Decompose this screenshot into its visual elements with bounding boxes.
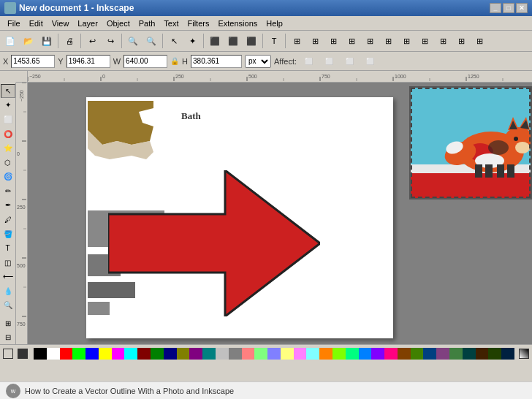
h-input[interactable]: [191, 55, 242, 68]
tool-select[interactable]: ↖: [1, 84, 15, 98]
redo-button[interactable]: ↪: [102, 32, 119, 50]
color-swatch[interactable]: [124, 348, 137, 360]
color-swatch[interactable]: [294, 348, 307, 360]
tool-node[interactable]: ✦: [1, 99, 15, 113]
menu-file[interactable]: File: [3, 18, 25, 29]
color-palette[interactable]: [34, 348, 514, 360]
color-swatch[interactable]: [449, 348, 463, 360]
color-swatch[interactable]: [501, 348, 514, 360]
color-swatch[interactable]: [242, 348, 255, 360]
snap-edge-button[interactable]: ⊞: [398, 32, 415, 50]
minimize-button[interactable]: _: [490, 3, 501, 13]
align-right-button[interactable]: ⬛: [243, 32, 260, 50]
tool-bucket[interactable]: 🪣: [1, 227, 15, 241]
color-swatch[interactable]: [86, 348, 99, 360]
color-swatch[interactable]: [229, 348, 242, 360]
select-button[interactable]: ↖: [165, 32, 183, 50]
color-swatch[interactable]: [151, 348, 164, 360]
tool-rect[interactable]: ⬜: [1, 113, 15, 126]
color-swatch[interactable]: [411, 348, 424, 360]
tool-ellipse[interactable]: ⭕: [1, 127, 15, 141]
snap-midpoint-button[interactable]: ⊞: [416, 32, 433, 50]
color-swatch[interactable]: [398, 348, 411, 360]
affect-filter-button[interactable]: ⬜: [341, 53, 358, 70]
maximize-button[interactable]: □: [503, 3, 514, 13]
color-swatch[interactable]: [436, 348, 449, 360]
zoom-out-button[interactable]: 🔍: [142, 32, 160, 50]
color-swatch[interactable]: [164, 348, 177, 360]
text-button[interactable]: T: [265, 32, 283, 50]
close-button[interactable]: ✕: [516, 3, 528, 13]
color-swatch[interactable]: [423, 348, 436, 360]
node-button[interactable]: ✦: [183, 32, 201, 50]
snap-rotation-button[interactable]: ⊞: [452, 32, 470, 50]
tool-pen[interactable]: ✒: [1, 199, 15, 213]
snap-bbox-button[interactable]: ⊞: [361, 32, 379, 50]
snap-button[interactable]: ⊞: [288, 32, 305, 50]
color-swatch[interactable]: [47, 348, 60, 360]
snap-page-button[interactable]: ⊞: [471, 32, 488, 50]
color-swatch[interactable]: [216, 348, 229, 360]
tool-star[interactable]: ⭐: [1, 141, 15, 155]
tool-dropper[interactable]: 💧: [1, 284, 15, 298]
color-swatch[interactable]: [34, 348, 47, 360]
color-swatch[interactable]: [60, 348, 73, 360]
color-swatch[interactable]: [346, 348, 359, 360]
gradient-swatch[interactable]: [519, 349, 529, 359]
y-input[interactable]: [66, 55, 110, 68]
color-swatch[interactable]: [306, 348, 319, 360]
menu-filters[interactable]: Filters: [183, 18, 214, 29]
align-left-button[interactable]: ⬛: [206, 32, 224, 50]
color-swatch[interactable]: [137, 348, 151, 360]
color-swatch[interactable]: [281, 348, 294, 360]
save-button[interactable]: 💾: [38, 32, 56, 50]
x-input[interactable]: [11, 55, 55, 68]
menu-path[interactable]: Path: [134, 18, 160, 29]
color-swatch[interactable]: [332, 348, 346, 360]
lock-icon[interactable]: 🔒: [170, 57, 179, 65]
undo-button[interactable]: ↩: [83, 32, 101, 50]
align-center-button[interactable]: ⬛: [224, 32, 242, 50]
snap-center-button[interactable]: ⊞: [434, 32, 452, 50]
snap-path-button[interactable]: ⊞: [343, 32, 360, 50]
tool-gradient[interactable]: ◫: [1, 256, 15, 270]
menu-extensions[interactable]: Extensions: [213, 18, 262, 29]
affect-clip-button[interactable]: ⬜: [361, 53, 379, 70]
menu-help[interactable]: Help: [262, 18, 287, 29]
snap-grid-button[interactable]: ⊞: [306, 32, 324, 50]
w-input[interactable]: [123, 55, 167, 68]
tool-unknown2[interactable]: ⊟: [1, 331, 15, 345]
color-swatch[interactable]: [319, 348, 332, 360]
unit-select[interactable]: px mm cm in: [245, 55, 271, 68]
color-swatch[interactable]: [202, 348, 216, 360]
menu-edit[interactable]: Edit: [25, 18, 48, 29]
color-swatch[interactable]: [463, 348, 476, 360]
color-swatch[interactable]: [72, 348, 86, 360]
print-button[interactable]: 🖨: [61, 32, 78, 50]
tool-unknown1[interactable]: ⊞: [1, 316, 15, 330]
affect-geo-button[interactable]: ⬜: [300, 53, 317, 70]
new-button[interactable]: 📄: [1, 32, 19, 50]
color-swatch[interactable]: [112, 348, 125, 360]
color-swatch[interactable]: [189, 348, 202, 360]
color-swatch[interactable]: [359, 348, 372, 360]
color-swatch[interactable]: [254, 348, 267, 360]
color-swatch[interactable]: [476, 348, 489, 360]
color-swatch[interactable]: [488, 348, 501, 360]
zoom-in-button[interactable]: 🔍: [124, 32, 142, 50]
menu-text[interactable]: Text: [159, 18, 183, 29]
snap-guide-button[interactable]: ⊞: [379, 32, 397, 50]
affect-stroke-button[interactable]: ⬜: [320, 53, 338, 70]
menu-layer[interactable]: Layer: [73, 18, 102, 29]
menu-object[interactable]: Object: [102, 18, 134, 29]
color-swatch[interactable]: [371, 348, 384, 360]
tool-text[interactable]: T: [1, 241, 15, 255]
tool-calligraphy[interactable]: 🖊: [1, 213, 15, 227]
tool-pencil[interactable]: ✏: [1, 184, 15, 198]
tool-3d[interactable]: ⬡: [1, 156, 15, 170]
tool-connector[interactable]: ⟵: [1, 270, 15, 284]
color-swatch[interactable]: [384, 348, 398, 360]
color-swatch[interactable]: [267, 348, 281, 360]
color-swatch[interactable]: [99, 348, 112, 360]
tool-zoom[interactable]: 🔍: [1, 299, 15, 313]
